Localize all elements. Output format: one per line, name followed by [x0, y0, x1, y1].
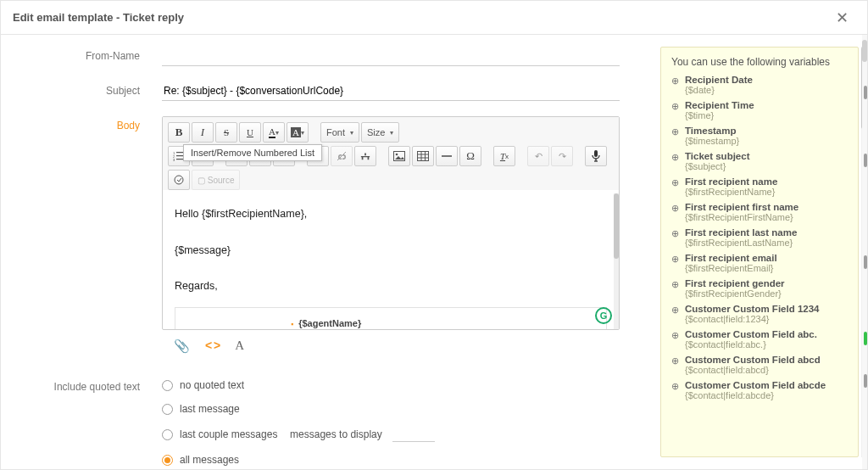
variable-token: {$date} [685, 85, 848, 95]
editor-toolbar: B I S U A▾ A▾ Font▾ Size▾ [163, 117, 619, 190]
radio-label: no quoted text [180, 379, 244, 391]
special-char-button[interactable]: Ω [459, 146, 481, 166]
redo-button[interactable]: ↷ [551, 146, 573, 166]
italic-button[interactable]: I [192, 122, 214, 143]
mic-button[interactable] [585, 146, 607, 166]
body-line-hello: Hello {$firstRecipientName}, [175, 205, 607, 223]
edge-mark [864, 332, 867, 345]
edge-marks [864, 35, 867, 469]
variable-name: Ticket subject [685, 151, 848, 161]
quoted-option[interactable]: last couple messages messages to display [162, 427, 620, 442]
variable-item[interactable]: Customer Custom Field abc.{$contact|fiel… [671, 329, 848, 350]
anchor-button[interactable] [354, 146, 376, 166]
messages-count-input[interactable] [392, 427, 435, 442]
radio-label: all messages [180, 454, 239, 466]
undo-button[interactable]: ↶ [527, 146, 549, 166]
svg-rect-24 [418, 152, 429, 161]
size-select[interactable]: Size▾ [361, 122, 399, 143]
variable-item[interactable]: First recipient name{$firstRecipientName… [671, 176, 848, 197]
variable-token: {$contact|field:abcde} [685, 390, 848, 400]
variable-name: Customer Custom Field abcd [685, 355, 848, 365]
toolbar-tooltip: Insert/Remove Numbered List [183, 144, 322, 161]
unlink-button[interactable] [331, 146, 353, 166]
variable-token: {$firstRecipientLastName} [685, 238, 848, 248]
radio-icon[interactable] [162, 429, 173, 440]
variables-list: Recipient Date{$date}Recipient Time{$tim… [671, 75, 848, 400]
variable-token: {$contact|field:abc.} [685, 339, 848, 350]
variable-item[interactable]: Ticket subject{$subject} [671, 151, 848, 171]
underline-button[interactable]: U [239, 122, 261, 143]
variable-item[interactable]: Recipient Date{$date} [671, 75, 848, 95]
html-toggle[interactable]: < > [205, 339, 220, 354]
radio-label: last message [180, 403, 240, 415]
svg-point-22 [396, 154, 398, 156]
variable-item[interactable]: Customer Custom Field abcd{$contact|fiel… [671, 355, 848, 375]
svg-rect-30 [594, 150, 598, 157]
quoted-option[interactable]: all messages [162, 454, 620, 466]
variable-token: {$timestamp} [685, 136, 848, 146]
variables-column: You can use the following variables Reci… [660, 35, 867, 469]
variable-item[interactable]: First recipient last name{$firstRecipien… [671, 227, 848, 248]
extra-button-1[interactable] [168, 170, 190, 190]
edge-mark [864, 86, 867, 99]
variable-item[interactable]: First recipient gender{$firstRecipientGe… [671, 278, 848, 299]
variable-item[interactable]: Timestamp{$timestamp} [671, 126, 848, 146]
variables-panel: You can use the following variables Reci… [660, 47, 859, 457]
editor-content[interactable]: Hello {$firstRecipientName}, {$message} … [163, 193, 619, 329]
dialog-header: Edit email template - Ticket reply ✕ [1, 1, 867, 35]
sig-agent-name: {$agentName} [291, 316, 453, 329]
bold-button[interactable]: B [168, 122, 190, 143]
remove-format-button[interactable]: Tx [493, 146, 515, 166]
signature-card: @ LiveAgent {$agentName} {$agentSignatur… [175, 307, 607, 329]
variable-token: {$firstRecipientGender} [685, 288, 848, 299]
table-button[interactable] [412, 146, 434, 166]
variable-name: Recipient Date [685, 75, 848, 85]
from-name-input[interactable] [162, 47, 620, 66]
label-subject: Subject [1, 81, 162, 97]
variable-item[interactable]: First recipient first name{$firstRecipie… [671, 202, 848, 222]
attachment-icon[interactable]: 📎 [174, 339, 190, 354]
hr-button[interactable] [436, 146, 458, 166]
svg-text:3: 3 [173, 158, 175, 161]
text-color-button[interactable]: A▾ [263, 122, 285, 143]
image-button[interactable] [388, 146, 410, 166]
radio-extra-label: messages to display [284, 428, 381, 440]
strike-button[interactable]: S [215, 122, 237, 143]
source-button[interactable]: ▢ Source [192, 170, 240, 190]
variable-item[interactable]: Recipient Time{$time} [671, 100, 848, 120]
radio-icon[interactable] [162, 455, 173, 466]
radio-icon[interactable] [162, 380, 173, 391]
svg-rect-29 [442, 155, 452, 157]
variable-item[interactable]: Customer Custom Field abcde{$contact|fie… [671, 380, 848, 400]
text-mode-toggle[interactable]: A [235, 339, 244, 354]
variable-token: {$contact|field:1234} [685, 314, 848, 324]
row-from-name: From-Name [1, 47, 657, 66]
variable-name: Timestamp [685, 126, 848, 136]
variable-token: {$subject} [685, 161, 848, 171]
row-body: Body B I S U A▾ A▾ Font [1, 116, 657, 362]
variable-name: First recipient last name [685, 227, 848, 238]
radio-icon[interactable] [162, 404, 173, 415]
variable-name: First recipient gender [685, 278, 848, 288]
variables-title: You can use the following variables [671, 56, 848, 68]
editor-scrollbar[interactable] [614, 193, 619, 329]
variable-token: {$firstRecipientFirstName} [685, 212, 848, 222]
editor-footer: 📎 < > A [162, 330, 620, 362]
variable-name: First recipient email [685, 253, 848, 263]
variable-item[interactable]: Customer Custom Field 1234{$contact|fiel… [671, 304, 848, 324]
quoted-option[interactable]: no quoted text [162, 379, 620, 391]
svg-marker-23 [395, 156, 404, 159]
font-select[interactable]: Font▾ [320, 122, 359, 143]
row-include-quoted: Include quoted text no quoted textlast m… [1, 378, 657, 466]
size-select-label: Size [367, 127, 385, 137]
subject-input[interactable] [162, 81, 620, 101]
dialog-body: From-Name Subject Body [1, 35, 867, 469]
close-button[interactable]: ✕ [829, 5, 855, 31]
quoted-option[interactable]: last message [162, 403, 620, 415]
variable-name: First recipient name [685, 176, 848, 187]
font-select-label: Font [326, 127, 345, 137]
bg-color-button[interactable]: A▾ [287, 122, 309, 143]
variable-item[interactable]: First recipient email{$firstRecipientEma… [671, 253, 848, 273]
variable-token: {$firstRecipientName} [685, 187, 848, 197]
grammarly-icon[interactable] [595, 307, 612, 324]
